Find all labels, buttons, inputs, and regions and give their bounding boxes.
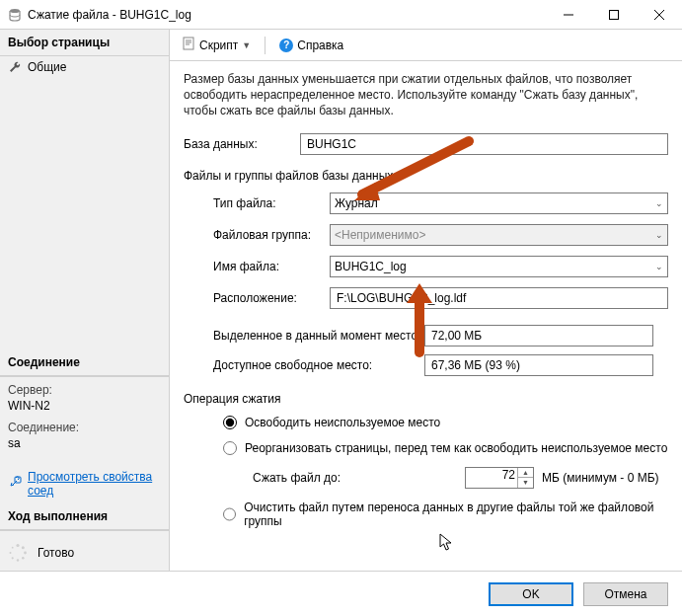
file-type-label: Тип файла: [213, 196, 330, 210]
dialog-footer: OK Отмена [0, 571, 682, 616]
allocated-value: 72,00 МБ [424, 325, 653, 346]
chevron-down-icon: ⌄ [655, 198, 663, 208]
progress-status: Готово [38, 546, 74, 560]
svg-rect-2 [610, 10, 619, 19]
svg-point-11 [12, 557, 14, 559]
svg-point-13 [12, 547, 14, 549]
filename-label: Имя файла: [213, 260, 330, 273]
database-input [300, 133, 668, 155]
page-select-header: Выбор страницы [0, 30, 169, 56]
filegroup-select: <Неприменимо> ⌄ [330, 224, 668, 246]
conn-value: sa [8, 436, 161, 450]
shrink-to-units: МБ (минимум - 0 МБ) [542, 471, 659, 485]
radio-release-label: Освободить неиспользуемое место [245, 416, 440, 429]
svg-point-6 [16, 544, 19, 547]
filename-select[interactable]: BUHG1C_log ⌄ [330, 256, 668, 277]
radio-release[interactable] [223, 416, 237, 429]
toolbar: Скрипт ▼ ? Справка [170, 30, 682, 61]
ok-button[interactable]: OK [489, 582, 573, 606]
database-icon [8, 8, 22, 22]
script-label: Скрипт [199, 38, 238, 52]
sidebar-item-general[interactable]: Общие [0, 56, 169, 78]
connection-info: Сервер: WIN-N2 Соединение: sa [0, 376, 169, 464]
spinner-icon [8, 543, 28, 563]
toolbar-separator [265, 37, 265, 54]
progress-header: Ход выполнения [0, 503, 169, 530]
allocated-label: Выделенное в данный момент место: [213, 329, 424, 343]
filename-value: BUHG1C_log [335, 260, 407, 273]
titlebar: Сжатие файла - BUHG1C_log [0, 0, 682, 30]
server-value: WIN-N2 [8, 399, 161, 413]
sidebar-item-label: Общие [28, 60, 66, 74]
help-icon: ? [279, 38, 293, 52]
radio-empty[interactable] [223, 507, 236, 521]
progress-block: Готово [0, 530, 169, 575]
location-input [330, 287, 668, 309]
minimize-button[interactable] [546, 0, 591, 30]
script-button[interactable]: Скрипт ▼ [178, 35, 255, 55]
help-button[interactable]: ? Справка [275, 37, 347, 54]
connection-icon [8, 476, 22, 493]
wrench-icon [8, 60, 22, 74]
chevron-down-icon: ▼ [242, 40, 251, 50]
radio-release-row[interactable]: Освободить неиспользуемое место [223, 416, 668, 429]
help-label: Справка [297, 38, 343, 52]
radio-empty-label: Очистить файл путем переноса данных в др… [244, 500, 668, 528]
file-type-value: Журнал [335, 196, 378, 210]
radio-reorganize-row[interactable]: Реорганизовать страницы, перед тем как о… [223, 441, 668, 455]
operation-label: Операция сжатия [184, 392, 668, 406]
spin-up-icon[interactable]: ▲ [517, 468, 533, 479]
chevron-down-icon: ⌄ [655, 230, 663, 240]
svg-point-0 [10, 9, 20, 13]
svg-point-8 [24, 552, 27, 555]
server-label: Сервер: [8, 383, 161, 397]
svg-point-7 [22, 546, 25, 549]
location-label: Расположение: [213, 291, 330, 305]
svg-point-12 [10, 552, 12, 554]
chevron-down-icon: ⌄ [655, 262, 663, 271]
window-title: Сжатие файла - BUHG1C_log [28, 8, 546, 22]
shrink-to-label: Сжать файл до: [253, 471, 341, 485]
spin-down-icon[interactable]: ▼ [517, 478, 533, 488]
filegroup-label: Файловая группа: [213, 228, 330, 242]
file-type-select[interactable]: Журнал ⌄ [330, 192, 668, 214]
script-icon [182, 37, 195, 53]
available-value: 67,36 МБ (93 %) [424, 354, 653, 376]
radio-reorganize-label: Реорганизовать страницы, перед тем как о… [245, 441, 667, 455]
connection-header: Соединение [0, 349, 169, 376]
view-connection-props-link[interactable]: Просмотреть свойства соед [0, 464, 169, 503]
maximize-button[interactable] [591, 0, 637, 30]
radio-reorganize[interactable] [223, 441, 237, 455]
close-button[interactable] [637, 0, 682, 30]
sidebar: Выбор страницы Общие Соединение Сервер: … [0, 30, 170, 571]
svg-point-9 [22, 557, 25, 560]
radio-empty-row[interactable]: Очистить файл путем переноса данных в др… [223, 500, 668, 528]
database-label: База данных: [184, 137, 300, 151]
shrink-to-value: 72 [502, 468, 515, 482]
svg-point-10 [17, 559, 19, 561]
files-section-label: Файлы и группы файлов базы данных [184, 169, 668, 183]
view-props-label: Просмотреть свойства соед [28, 470, 161, 498]
description-text: Размер базы данных уменьшается при сжати… [184, 71, 668, 119]
available-label: Доступное свободное место: [213, 358, 424, 372]
main-panel: Скрипт ▼ ? Справка Размер базы данных ум… [170, 30, 682, 571]
conn-label: Соединение: [8, 421, 161, 434]
cancel-button[interactable]: Отмена [583, 582, 668, 606]
shrink-to-stepper[interactable]: 72 ▲▼ [465, 467, 534, 489]
filegroup-value: <Неприменимо> [335, 228, 425, 242]
svg-rect-14 [184, 38, 193, 49]
